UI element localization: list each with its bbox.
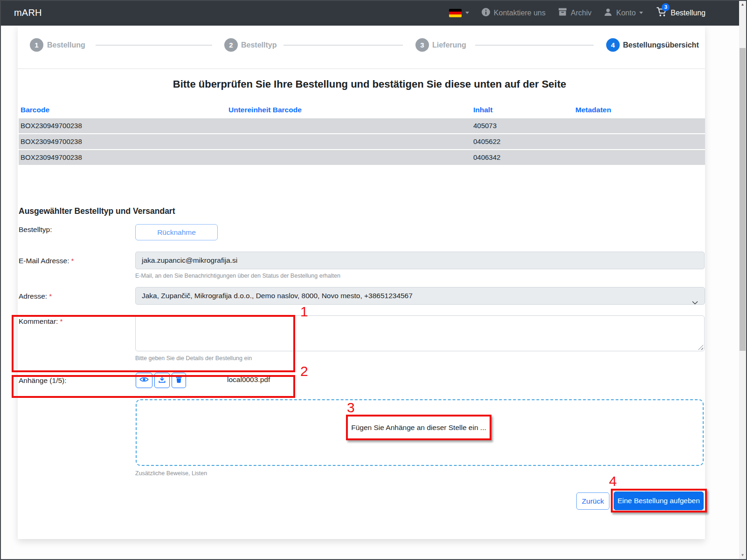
required-asterisk: * xyxy=(71,257,74,265)
archive-icon xyxy=(558,8,567,18)
comment-textarea[interactable] xyxy=(135,315,705,351)
col-header-metadata[interactable]: Metadaten xyxy=(575,106,611,114)
page-title: Bitte überprüfen Sie Ihre Bestellung und… xyxy=(0,78,739,90)
required-asterisk: * xyxy=(60,317,62,325)
cell-inhalt: 405073 xyxy=(473,122,497,130)
step-connector xyxy=(475,45,594,46)
browser-window: mARH Kontaktiere uns Archiv Konto xyxy=(0,0,747,560)
preview-attachment-button[interactable] xyxy=(136,373,152,388)
comment-label: Kommentar:* xyxy=(19,317,62,326)
annotation-number-4: 4 xyxy=(609,473,617,489)
german-flag-icon xyxy=(449,9,462,17)
nav-contact[interactable]: Kontaktiere uns xyxy=(482,8,546,18)
eye-icon xyxy=(139,376,149,385)
caret-down-icon xyxy=(465,12,469,14)
nav-order-cart[interactable]: 3 Bestellung xyxy=(656,7,706,19)
cell-inhalt: 0406342 xyxy=(473,153,500,161)
step-4-label[interactable]: Bestellungsübersicht xyxy=(623,41,699,49)
section-title: Ausgewählter Bestelltyp und Versandart xyxy=(19,206,175,216)
step-connector xyxy=(284,45,403,46)
back-button[interactable]: Zurück xyxy=(576,492,609,510)
cell-inhalt: 0405622 xyxy=(473,137,500,145)
scroll-up-arrow[interactable]: ▲ xyxy=(739,1,746,8)
bestelltyp-label: Bestelltyp: xyxy=(19,225,52,234)
step-1-label[interactable]: Bestellung xyxy=(47,41,85,49)
annotation-number-3: 3 xyxy=(347,400,355,416)
download-icon xyxy=(159,376,166,385)
nav-archive-label: Archiv xyxy=(571,9,591,17)
email-field[interactable]: jaka.zupancic@mikrografija.si xyxy=(135,252,705,269)
language-selector[interactable] xyxy=(449,9,469,17)
cell-barcode: BOX230949700238 xyxy=(21,122,82,130)
submit-order-button[interactable]: Eine Bestellung aufgeben xyxy=(614,492,704,510)
step-2-label[interactable]: Bestelltyp xyxy=(241,41,277,49)
scroll-down-arrow[interactable]: ▼ xyxy=(739,552,746,559)
cart-badge: 3 xyxy=(662,3,670,11)
step-4-circle[interactable]: 4 xyxy=(606,38,620,52)
comment-helper: Bitte geben Sie die Details der Bestellu… xyxy=(135,355,252,362)
address-select[interactable]: Jaka, Zupančič, Mikrografija d.o.o., Dem… xyxy=(135,287,705,305)
scrollbar-thumb[interactable] xyxy=(740,48,746,351)
nav-account[interactable]: Konto xyxy=(604,8,643,18)
table-row: BOX230949700238 0405622 xyxy=(19,134,705,149)
user-icon xyxy=(604,8,612,18)
info-icon xyxy=(482,8,490,18)
step-3-circle[interactable]: 3 xyxy=(415,38,429,52)
col-header-subunit[interactable]: Untereinheit Barcode xyxy=(228,106,302,114)
cell-barcode: BOX230949700238 xyxy=(21,137,82,145)
dropzone-helper: Zusätzliche Beweise, Listen xyxy=(135,470,207,477)
step-2-circle[interactable]: 2 xyxy=(224,38,238,52)
col-header-inhalt[interactable]: Inhalt xyxy=(473,106,492,114)
nav-contact-label: Kontaktiere uns xyxy=(494,9,546,17)
delete-attachment-button[interactable] xyxy=(172,373,186,388)
stepper-divider xyxy=(18,68,705,69)
table-row: BOX230949700238 0406342 xyxy=(19,150,705,165)
cart-icon: 3 xyxy=(656,7,667,19)
vertical-scrollbar[interactable]: ▲ ▼ xyxy=(739,1,746,559)
trash-icon xyxy=(176,376,182,385)
annotation-box-3: Fügen Sie Anhänge an dieser Stelle ein .… xyxy=(346,415,491,440)
add-attachments-button[interactable]: Fügen Sie Anhänge an dieser Stelle ein .… xyxy=(348,417,490,438)
step-3-label[interactable]: Lieferung xyxy=(432,41,466,49)
table-row: BOX230949700238 405073 xyxy=(19,118,705,133)
top-navbar: mARH Kontaktiere uns Archiv Konto xyxy=(0,0,739,26)
email-helper: E-Mail, an den Sie Benachrichtigungen üb… xyxy=(135,273,340,279)
chevron-down-icon xyxy=(692,294,698,305)
attachment-filename: local0003.pdf xyxy=(227,376,270,384)
attachments-label: Anhänge (1/5): xyxy=(19,376,67,385)
bestelltyp-value-button[interactable]: Rücknahme xyxy=(135,224,218,240)
col-header-barcode[interactable]: Barcode xyxy=(21,106,49,114)
required-asterisk: * xyxy=(49,292,52,300)
cell-barcode: BOX230949700238 xyxy=(21,153,82,161)
email-label: E-Mail Adresse:* xyxy=(19,257,74,265)
step-1-circle[interactable]: 1 xyxy=(30,38,43,52)
annotation-number-2: 2 xyxy=(300,363,308,379)
address-label: Adresse:* xyxy=(19,292,52,300)
app-brand[interactable]: mARH xyxy=(14,7,42,18)
caret-down-icon xyxy=(639,12,643,14)
download-attachment-button[interactable] xyxy=(154,373,170,388)
annotation-number-1: 1 xyxy=(300,304,308,320)
step-connector xyxy=(96,45,212,46)
nav-order-label: Bestellung xyxy=(671,9,706,17)
nav-account-label: Konto xyxy=(616,9,636,17)
navbar-right: Kontaktiere uns Archiv Konto 3 Bestellun… xyxy=(449,7,706,19)
nav-archive[interactable]: Archiv xyxy=(558,8,591,18)
